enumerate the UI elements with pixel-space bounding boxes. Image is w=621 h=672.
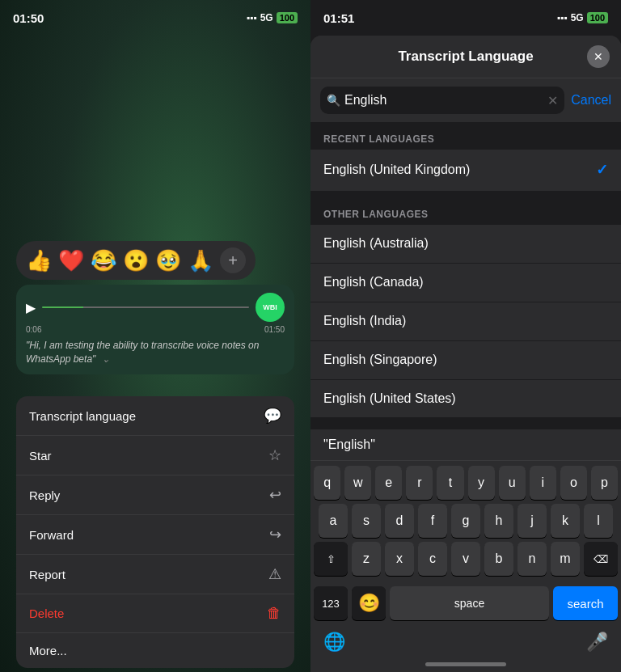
keyboard-row-2: a s d f g h j k l [314, 504, 618, 538]
language-list: RECENT LANGUAGES English (United Kingdom… [310, 122, 621, 429]
right-status-bar: 01:51 ▪▪▪ 5G 100 [310, 0, 621, 36]
star-icon: ☆ [268, 446, 281, 464]
key-a[interactable]: a [319, 504, 348, 538]
waveform [42, 299, 249, 315]
language-name-english-ca: English (Canada) [323, 275, 424, 290]
key-n[interactable]: n [518, 542, 547, 576]
language-item-english-au[interactable]: English (Australia) [310, 225, 621, 263]
voice-message-bubble: ▶ WBI 0:06 01:50 "Hi, I am testing the a… [16, 285, 294, 374]
emoji-reaction-bar[interactable]: 👍 ❤️ 😂 😮 🥹 🙏 + [16, 241, 256, 280]
modal-header: Transcript Language ✕ [310, 36, 621, 78]
search-key[interactable]: search [553, 586, 618, 620]
language-name-english-au: English (Australia) [323, 236, 429, 251]
modal-close-button[interactable]: ✕ [587, 45, 610, 68]
shift-key[interactable]: ⇧ [314, 542, 348, 576]
network-badge-right: 5G [571, 12, 584, 23]
waveform-line [42, 306, 249, 308]
emoji-laugh[interactable]: 😂 [91, 248, 116, 273]
language-item-english-uk[interactable]: English (United Kingdom) ✓ [310, 150, 621, 191]
modal-title: Transcript Language [398, 49, 533, 65]
delete-icon: 🗑 [267, 605, 281, 622]
language-name-english-in: English (India) [323, 314, 406, 328]
left-status-right: ▪▪▪ 5G 100 [247, 12, 298, 23]
emoji-pray[interactable]: 🙏 [188, 248, 213, 273]
keyboard-bottom-row: 123 😊 space search [310, 583, 621, 627]
menu-label-star: Star [29, 449, 52, 463]
num-key[interactable]: 123 [314, 586, 348, 620]
wbi-avatar: WBI [256, 293, 285, 322]
language-item-english-in[interactable]: English (India) [310, 302, 621, 340]
key-e[interactable]: e [375, 466, 402, 500]
key-d[interactable]: d [385, 504, 414, 538]
search-suggestion[interactable]: "English" [310, 429, 621, 461]
language-item-english-us[interactable]: English (United States) [310, 380, 621, 417]
keyboard-row-1: q w e r t y u i o p [314, 466, 618, 500]
language-name-english-sg: English (Singapore) [323, 353, 437, 367]
key-o[interactable]: o [560, 466, 587, 500]
key-m[interactable]: m [551, 542, 580, 576]
key-z[interactable]: z [352, 542, 381, 576]
close-icon: ✕ [594, 50, 603, 63]
key-v[interactable]: v [451, 542, 480, 576]
menu-item-star[interactable]: Star ☆ [16, 436, 294, 475]
key-h[interactable]: h [484, 504, 513, 538]
language-name-english-uk: English (United Kingdom) [323, 163, 470, 177]
emoji-key[interactable]: 😊 [352, 586, 386, 620]
emoji-sad[interactable]: 🥹 [155, 248, 181, 273]
key-u[interactable]: u [499, 466, 526, 500]
voice-controls: ▶ WBI [26, 293, 285, 322]
space-key[interactable]: space [390, 586, 549, 620]
keyboard-area: "English" q w e r t y u i o p a [310, 429, 621, 656]
menu-label-reply: Reply [29, 488, 60, 502]
menu-item-reply[interactable]: Reply ↩ [16, 475, 294, 515]
mic-icon[interactable]: 🎤 [586, 632, 608, 653]
key-l[interactable]: l [584, 504, 613, 538]
key-p[interactable]: p [591, 466, 618, 500]
key-s[interactable]: s [352, 504, 381, 538]
menu-label-report: Report [29, 568, 65, 581]
key-c[interactable]: c [418, 542, 447, 576]
key-x[interactable]: x [385, 542, 414, 576]
key-g[interactable]: g [451, 504, 480, 538]
menu-item-delete[interactable]: Delete 🗑 [16, 594, 294, 633]
signal-icon: ▪▪▪ [247, 12, 257, 23]
search-wrapper: 🔍 ✕ [320, 87, 564, 114]
emoji-heart[interactable]: ❤️ [58, 248, 84, 273]
key-y[interactable]: y [468, 466, 495, 500]
menu-item-forward[interactable]: Forward ↪ [16, 515, 294, 555]
language-item-english-ca[interactable]: English (Canada) [310, 264, 621, 302]
play-button[interactable]: ▶ [26, 300, 36, 315]
left-status-bar: 01:50 ▪▪▪ 5G 100 [0, 0, 310, 36]
emoji-add-button[interactable]: + [220, 247, 246, 273]
chevron-down-icon[interactable]: ⌄ [102, 353, 110, 365]
emoji-thumbsup[interactable]: 👍 [26, 248, 52, 273]
menu-item-transcript-language[interactable]: Transcript language 💬 [16, 396, 294, 436]
key-b[interactable]: b [484, 542, 513, 576]
key-q[interactable]: q [314, 466, 340, 500]
language-item-english-sg[interactable]: English (Singapore) [310, 341, 621, 379]
key-r[interactable]: r [406, 466, 433, 500]
key-w[interactable]: w [344, 466, 371, 500]
menu-item-report[interactable]: Report ⚠ [16, 555, 294, 594]
recent-languages-header: RECENT LANGUAGES [310, 122, 621, 150]
network-badge: 5G [260, 12, 273, 23]
key-j[interactable]: j [518, 504, 547, 538]
emoji-surprised[interactable]: 😮 [123, 248, 149, 273]
cancel-button[interactable]: Cancel [571, 93, 611, 108]
backspace-key[interactable]: ⌫ [584, 542, 618, 576]
left-time: 01:50 [13, 11, 44, 25]
key-t[interactable]: t [437, 466, 463, 500]
key-f[interactable]: f [418, 504, 447, 538]
globe-icon[interactable]: 🌐 [323, 632, 345, 653]
menu-label-transcript: Transcript language [29, 409, 136, 423]
menu-item-more[interactable]: More... [16, 633, 294, 668]
right-panel: 01:51 ▪▪▪ 5G 100 Transcript Language ✕ 🔍… [310, 0, 621, 672]
key-i[interactable]: i [530, 466, 556, 500]
search-input[interactable] [320, 87, 564, 114]
voice-time-end: 01:50 [264, 325, 285, 334]
key-k[interactable]: k [551, 504, 580, 538]
search-clear-button[interactable]: ✕ [547, 93, 558, 108]
search-icon: 🔍 [327, 94, 340, 107]
home-indicator-right [310, 656, 621, 672]
voice-timestamps: 0:06 01:50 [26, 325, 285, 334]
